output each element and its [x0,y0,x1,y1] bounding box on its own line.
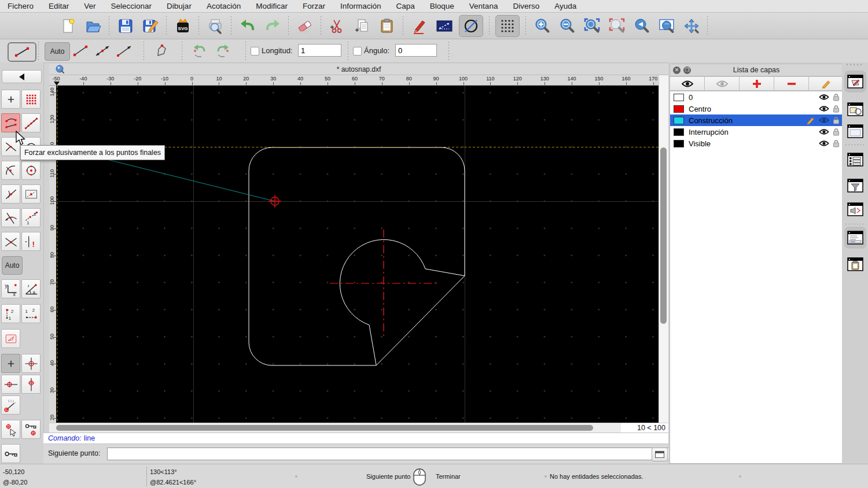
drawing-canvas[interactable] [56,86,659,423]
layer-lock-icon[interactable] [833,116,840,124]
layer-edit-icon[interactable] [806,116,815,124]
menu-bloque[interactable]: Bloque [430,2,454,10]
undo-icon[interactable] [239,17,256,35]
menu-acotacion[interactable]: Acotación [207,2,241,10]
vertical-scrollbar[interactable] [659,75,668,423]
layer-row[interactable]: Construcción [670,114,843,126]
snap-circle-center-button[interactable] [21,161,41,180]
hide-all-layers-button[interactable] [704,76,740,91]
add-layer-button[interactable] [739,76,774,91]
command-widget-dock-button[interactable] [844,227,866,249]
vertical-scrollbar-thumb[interactable] [660,147,667,324]
restrict-horizontal-button[interactable] [1,375,20,394]
horizontal-scrollbar[interactable] [49,423,621,432]
layer-visibility-icon[interactable] [819,128,829,135]
snap-intersection-manual-button[interactable]: 12 [21,208,41,227]
coord-cartesian-button[interactable]: yx [1,279,20,298]
key-button[interactable] [1,444,20,463]
zoom-auto-icon[interactable] [583,17,601,35]
paste-icon[interactable] [378,17,396,35]
print-preview-icon[interactable] [207,17,224,35]
auto-line-mode-button[interactable]: Auto [45,42,70,61]
close-icon[interactable]: ✕ [673,66,681,74]
snap-on-entity-button[interactable] [21,113,41,132]
length-input[interactable] [298,44,341,57]
snap-free-button[interactable] [1,90,20,109]
zoom-in-icon[interactable] [534,17,551,35]
layer-lock-icon[interactable] [833,93,840,101]
relative-point-horizontal-button[interactable]: 12 [21,304,41,323]
restrict-nothing-button[interactable] [1,354,20,373]
layer-row[interactable]: 0 [670,91,843,103]
line-angle-button[interactable] [115,43,134,59]
media-dock-button[interactable] [844,198,866,220]
save-as-icon[interactable] [142,17,159,35]
pan-icon[interactable] [683,17,700,35]
menu-fichero[interactable]: Fichero [8,2,34,10]
zoom-out-icon[interactable] [558,17,576,35]
filter-dock-button[interactable] [844,175,866,197]
grid-toggle-button[interactable] [495,15,520,37]
layer-visibility-icon[interactable] [819,105,829,112]
zoom-selection-icon[interactable] [608,17,626,35]
snap-back-button[interactable] [2,70,42,83]
menu-seleccionar[interactable]: Seleccionar [111,2,152,10]
menu-modificar[interactable]: Modificar [256,2,288,10]
snap-cross-button[interactable] [1,232,20,251]
coord-polar-button[interactable]: ra [21,279,41,298]
snap-distance-button[interactable] [21,184,41,204]
line-angle-both-button[interactable] [93,43,112,59]
restrict-vertical-button[interactable] [21,375,41,394]
export-svg-icon[interactable]: SVG [174,17,192,35]
layer-list-dock-button[interactable] [844,71,866,93]
horizontal-scrollbar-thumb[interactable] [56,425,593,431]
redo-icon[interactable] [264,17,281,35]
pen-attributes-icon[interactable] [411,17,428,35]
layer-visibility-icon[interactable] [819,94,829,101]
restrict-orthogonal-button[interactable] [21,354,41,373]
redo-segment-button[interactable] [213,43,233,59]
circle-line-button[interactable] [459,15,483,37]
polyline-button[interactable] [152,43,175,59]
menu-ayuda[interactable]: Ayuda [554,2,576,10]
layer-lock-icon[interactable] [833,139,840,147]
block-list-dock-button[interactable] [844,98,866,120]
show-all-layers-button[interactable] [670,76,705,91]
snap-auto-button[interactable]: Auto [2,256,23,275]
restrict-image-button[interactable] [1,329,20,348]
measure-distance-icon[interactable] [436,17,453,35]
lock-relative-zero-button[interactable] [21,420,41,439]
cut-icon[interactable] [329,17,346,35]
zoom-previous-icon[interactable] [633,17,650,35]
line-two-points-button[interactable] [71,43,90,59]
delete-eraser-icon[interactable] [296,17,314,35]
line-tool-button[interactable] [8,42,36,62]
layer-row[interactable]: Centro [670,103,843,114]
save-icon[interactable] [117,17,134,35]
length-checkbox[interactable] [251,47,259,56]
command-dock-button[interactable] [652,448,668,461]
menu-capa[interactable]: Capa [396,2,415,10]
snap-middle-button[interactable] [1,184,20,204]
library-browser-dock-button[interactable] [844,120,866,142]
new-file-icon[interactable] [60,17,77,35]
relative-point-vertical-button[interactable]: 12 [1,304,20,323]
menu-editar[interactable]: Editar [49,2,69,10]
set-relative-zero-button[interactable] [1,395,20,415]
clipboard-dock-button[interactable] [844,253,866,275]
layer-row[interactable]: Interrupción [670,126,843,138]
menu-forzar[interactable]: Forzar [303,2,325,10]
undo-segment-button[interactable] [190,43,209,59]
layer-visibility-icon[interactable] [819,117,829,124]
snap-intersection-button[interactable] [1,208,20,227]
float-icon[interactable]: ❐ [683,66,691,74]
menu-informacion[interactable]: Información [340,2,381,10]
layer-lock-icon[interactable] [833,128,840,136]
copy-icon[interactable] [354,17,371,35]
menu-diverso[interactable]: Diverso [513,2,539,10]
snap-force-button[interactable]: ! [21,232,41,251]
layer-lock-icon[interactable] [833,105,840,113]
command-input[interactable] [107,448,694,460]
layer-visibility-icon[interactable] [819,140,829,147]
zoom-window-icon[interactable] [658,17,675,35]
